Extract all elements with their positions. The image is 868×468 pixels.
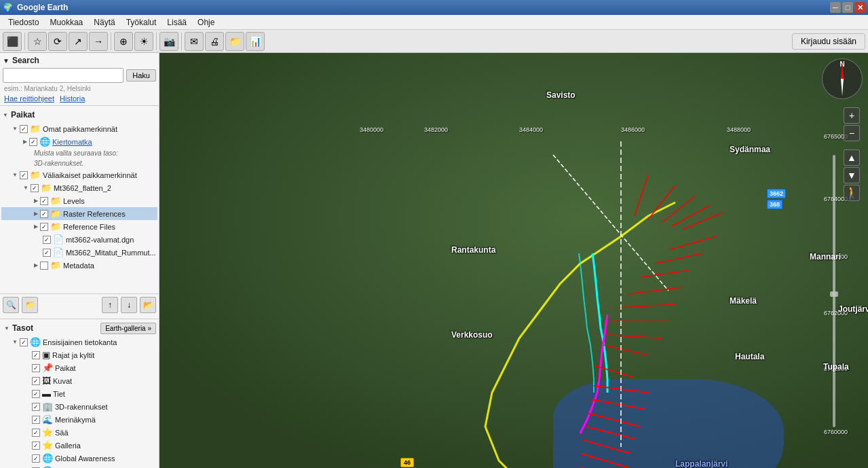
levels-checkbox[interactable] bbox=[40, 197, 48, 205]
layers-item-merinakymaa[interactable]: 🌊 Merinäkymä bbox=[1, 413, 157, 426]
places-item-kiertomatka[interactable]: ▶ 🌐 Kiertomatka bbox=[1, 135, 157, 148]
places-item-valiaikaiset[interactable]: ▼ 📁 Väliaikaiset paikkamerkinnät bbox=[1, 168, 157, 181]
move-down-button[interactable]: ↓ bbox=[121, 297, 137, 313]
metadata-expand-icon: ▶ bbox=[34, 262, 38, 268]
nav-zoom-out[interactable]: − bbox=[844, 125, 860, 141]
toolbar: ⬛ ☆ ⟳ ↗ → ⊕ ☀ 📷 ✉ 🖨 📁 📊 Kirjaudu sisään bbox=[0, 30, 868, 53]
layers-item-ensisijainen[interactable]: ▼ 🌐 Ensisijainen tietokanta bbox=[1, 336, 157, 348]
places-expand-icon[interactable]: ▼ bbox=[3, 112, 8, 118]
vertical-slider[interactable] bbox=[830, 155, 838, 427]
toolbar-btn-print[interactable]: 🖨 bbox=[205, 32, 224, 51]
add-folder-button[interactable]: 📂 bbox=[140, 297, 156, 313]
search-input[interactable] bbox=[3, 68, 124, 83]
nav-zoom-in[interactable]: + bbox=[844, 107, 860, 124]
search-history-link[interactable]: Historia bbox=[60, 94, 85, 103]
toolbar-btn-chart[interactable]: 📊 bbox=[246, 32, 265, 51]
places-item-mt3662val[interactable]: 📄 mt3662-valumat.dgn bbox=[1, 233, 157, 246]
metadata-checkbox[interactable] bbox=[40, 262, 48, 270]
paikat-checkbox[interactable] bbox=[32, 364, 40, 372]
minimize-button[interactable]: ─ bbox=[830, 2, 841, 13]
omat-expand-icon: ▼ bbox=[12, 126, 18, 132]
places-item-mt3662[interactable]: ▼ 📁 Mt3662_flatten_2 bbox=[1, 181, 157, 194]
layers-item-tiet[interactable]: ▬ Tiet bbox=[1, 387, 157, 400]
galleria-checkbox[interactable] bbox=[32, 442, 40, 450]
menu-ohje[interactable]: Ohje bbox=[192, 16, 220, 29]
menu-muokkaa[interactable]: Muokkaa bbox=[45, 16, 89, 29]
valiaikaiset-checkbox[interactable] bbox=[20, 171, 28, 179]
search-route-link[interactable]: Hae reittiohjeet bbox=[4, 94, 54, 103]
rasterrefs-checkbox[interactable] bbox=[40, 210, 48, 218]
layers-item-galleria[interactable]: ⭐ Galleria bbox=[1, 439, 157, 452]
nav-tilt-down[interactable]: ▼ bbox=[844, 167, 860, 183]
maximize-button[interactable]: □ bbox=[842, 2, 853, 13]
tiet-label: Tiet bbox=[53, 390, 65, 398]
tiet-checkbox[interactable] bbox=[32, 390, 40, 398]
merinakymaa-label: Merinäkymä bbox=[55, 416, 96, 424]
map-area[interactable]: 3480000 3482000 3484000 3486000 3488000 … bbox=[159, 53, 868, 468]
toolbar-btn-measure[interactable]: → bbox=[89, 32, 108, 51]
toolbar-btn-view[interactable]: ⬛ bbox=[3, 32, 22, 51]
toolbar-btn-sun[interactable]: ☀ bbox=[134, 32, 153, 51]
mt3662rum-checkbox[interactable] bbox=[43, 249, 51, 257]
folder-icon-btn[interactable]: 📁 bbox=[22, 297, 38, 313]
nav-controls: + − ▲ ▼ 🚶 bbox=[844, 107, 860, 201]
ensisijainen-icon: 🌐 bbox=[30, 337, 41, 347]
places-item-metadata[interactable]: ▶ 📁 Metadata bbox=[1, 259, 157, 272]
menu-nayta[interactable]: Näytä bbox=[88, 16, 120, 29]
nav-tilt-up[interactable]: ▲ bbox=[844, 149, 860, 166]
toolbar-btn-polygon[interactable]: ⟳ bbox=[48, 32, 67, 51]
layers-item-3d[interactable]: 🏢 3D-rakennukset bbox=[1, 400, 157, 413]
toolbar-btn-path[interactable]: ↗ bbox=[69, 32, 88, 51]
layers-item-rajat[interactable]: ▣ Rajat ja kyltit bbox=[1, 348, 157, 361]
login-button[interactable]: Kirjaudu sisään bbox=[792, 33, 865, 50]
layers-item-lisaa[interactable]: 🌐 Lisää bbox=[1, 465, 157, 468]
menu-tiedosto[interactable]: Tiedosto bbox=[3, 16, 45, 29]
places-item-rasterrefs[interactable]: ▶ 📁 Raster References bbox=[1, 207, 157, 220]
menu-tyokalut[interactable]: Työkalut bbox=[121, 16, 162, 29]
mt3662val-checkbox[interactable] bbox=[43, 236, 51, 244]
places-item-levels[interactable]: ▶ 📁 Levels bbox=[1, 194, 157, 207]
layers-gallery-label: Earth-galleria » bbox=[105, 325, 151, 332]
layers-item-kuvat[interactable]: 🖼 Kuvat bbox=[1, 374, 157, 387]
global-checkbox[interactable] bbox=[32, 454, 40, 463]
kuvat-label: Kuvat bbox=[53, 377, 72, 385]
reffiles-checkbox[interactable] bbox=[40, 223, 48, 231]
mt3662-checkbox[interactable] bbox=[31, 184, 39, 192]
search-button[interactable]: Haku bbox=[126, 69, 156, 82]
kuvat-checkbox[interactable] bbox=[32, 377, 40, 385]
search-expand-icon[interactable]: ▼ bbox=[3, 57, 10, 65]
move-up-button[interactable]: ↑ bbox=[102, 297, 118, 313]
kiertomatka-label[interactable]: Kiertomatka bbox=[52, 138, 92, 146]
mt3662rum-label: Mt3662_Mitatut_Rummut... bbox=[66, 249, 156, 257]
merinakymaa-checkbox[interactable] bbox=[32, 416, 40, 424]
places-item-mt3662rum[interactable]: 📄 Mt3662_Mitatut_Rummut... bbox=[1, 246, 157, 259]
search-icon-btn[interactable]: 🔍 bbox=[3, 297, 19, 313]
layers-gallery-button[interactable]: Earth-galleria » bbox=[100, 323, 156, 334]
saa-checkbox[interactable] bbox=[32, 429, 40, 437]
close-button[interactable]: ✕ bbox=[854, 2, 865, 13]
toolbar-btn-save[interactable]: 📁 bbox=[225, 32, 244, 51]
places-item-reffiles[interactable]: ▶ 📁 Reference Files bbox=[1, 220, 157, 233]
rajat-checkbox[interactable] bbox=[32, 351, 40, 359]
layers-expand-icon[interactable]: ▼ bbox=[4, 325, 10, 331]
kuvat-icon: 🖼 bbox=[42, 376, 51, 386]
omat-checkbox[interactable] bbox=[20, 125, 28, 133]
toolbar-btn-email[interactable]: ✉ bbox=[185, 32, 204, 51]
toolbar-btn-fly[interactable]: ⊕ bbox=[114, 32, 133, 51]
layers-item-global[interactable]: 🌐 Global Awareness bbox=[1, 452, 157, 465]
nav-person[interactable]: 🚶 bbox=[844, 185, 860, 201]
layers-item-paikat[interactable]: 📌 Paikat bbox=[1, 361, 157, 374]
kiertomatka-checkbox[interactable] bbox=[29, 138, 37, 146]
metadata-label: Metadata bbox=[63, 262, 94, 270]
menu-lisaa[interactable]: Lisää bbox=[162, 16, 192, 29]
ensisijainen-checkbox[interactable] bbox=[20, 338, 28, 346]
compass: N bbox=[822, 58, 863, 99]
3d-checkbox[interactable] bbox=[32, 403, 40, 411]
places-item-omat[interactable]: ▼ 📁 Omat paikkamerkinnät bbox=[1, 122, 157, 135]
slider-thumb[interactable] bbox=[830, 291, 838, 297]
title-controls: ─ □ ✕ bbox=[830, 2, 865, 13]
toolbar-btn-photo[interactable]: 📷 bbox=[159, 32, 178, 51]
main-content: ▼ Search Haku esim.: Mariankatu 2, Helsi… bbox=[0, 53, 868, 468]
layers-item-saa[interactable]: ⭐ Sää bbox=[1, 426, 157, 439]
toolbar-btn-placemark[interactable]: ☆ bbox=[28, 32, 47, 51]
